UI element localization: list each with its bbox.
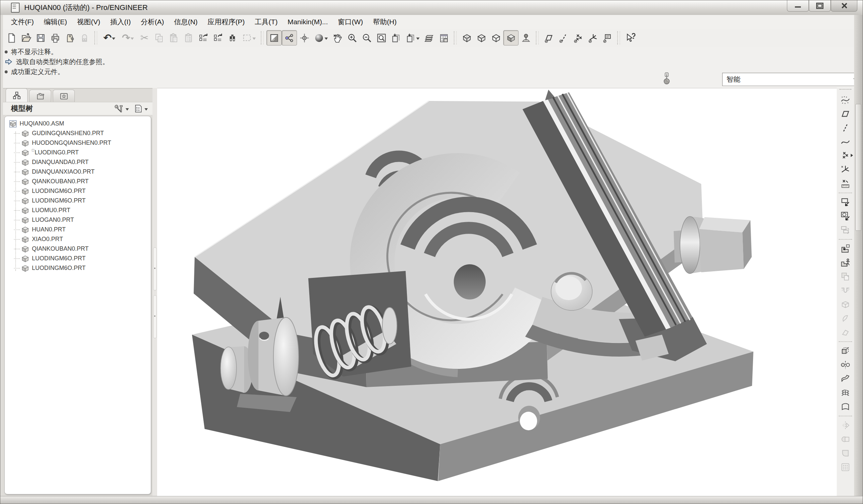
menu-edit[interactable]: 编辑(E) bbox=[39, 16, 72, 28]
part-icon bbox=[21, 216, 29, 224]
menu-applications[interactable]: 应用程序(P) bbox=[203, 16, 250, 28]
create-component-button[interactable] bbox=[838, 242, 852, 255]
datum-plane-button[interactable] bbox=[838, 107, 852, 121]
context-help-button[interactable] bbox=[623, 30, 637, 45]
datum-point-button[interactable] bbox=[838, 149, 852, 162]
model-tree-panel[interactable]: HUQIAN00.ASM GUDINGQIANSHEN0.PRT HUODONG… bbox=[4, 116, 151, 494]
regenerate-button[interactable] bbox=[196, 30, 210, 45]
close-icon bbox=[841, 2, 847, 9]
sweep-button[interactable] bbox=[838, 372, 852, 386]
style-tool-button[interactable] bbox=[838, 93, 852, 106]
wireframe-button[interactable] bbox=[459, 30, 474, 45]
tree-item[interactable]: DIANQUANDA0.PRT bbox=[6, 158, 149, 167]
tree-guide-line bbox=[15, 131, 16, 271]
datum-points-toggle[interactable] bbox=[571, 30, 585, 45]
render-style-icon bbox=[314, 33, 324, 43]
layers-button[interactable] bbox=[422, 30, 437, 45]
menu-manikin[interactable]: Manikin(M)... bbox=[283, 16, 333, 27]
right-square-shaft[interactable] bbox=[674, 216, 752, 274]
undo-button[interactable]: ↶ bbox=[100, 30, 118, 45]
datum-planes-toggle[interactable] bbox=[541, 30, 556, 45]
tree-show-icon[interactable] bbox=[134, 104, 143, 113]
enhanced-realism-button[interactable] bbox=[518, 30, 533, 45]
view-orientation-button[interactable] bbox=[389, 30, 403, 45]
hidden-line-button[interactable] bbox=[474, 30, 489, 45]
menu-tools[interactable]: 工具(T) bbox=[250, 16, 283, 28]
save-button[interactable] bbox=[33, 30, 48, 45]
tree-item[interactable]: LUODINGM6O.PRT bbox=[6, 186, 149, 196]
menu-file[interactable]: 文件(F) bbox=[6, 16, 39, 28]
tree-item[interactable]: DIANQUANXIAO0.PRT bbox=[6, 167, 149, 177]
analysis-measure-button[interactable] bbox=[838, 177, 852, 190]
tab-favorites[interactable] bbox=[53, 90, 75, 102]
tree-item[interactable]: HUAN0.PRT bbox=[6, 225, 149, 235]
menu-view[interactable]: 视图(V) bbox=[72, 16, 105, 28]
tree-item[interactable]: LUOMU0.PRT bbox=[6, 205, 149, 215]
zoom-out-button[interactable] bbox=[360, 30, 374, 45]
tree-item[interactable]: GUDINGQIANSHEN0.PRT bbox=[6, 128, 149, 138]
component-connections-button[interactable] bbox=[282, 30, 297, 46]
refit-button[interactable] bbox=[374, 30, 389, 45]
render-style-button[interactable] bbox=[312, 30, 330, 45]
tree-item[interactable]: XIAO0.PRT bbox=[6, 235, 149, 244]
lead-screw-spring[interactable] bbox=[308, 271, 411, 379]
shading-button[interactable] bbox=[503, 30, 518, 46]
tree-item[interactable]: LUODINGM6O.PRT bbox=[6, 196, 149, 205]
menu-window[interactable]: 窗口(W) bbox=[333, 16, 368, 28]
manikin-button[interactable] bbox=[838, 256, 852, 269]
print-button[interactable] bbox=[48, 30, 62, 45]
tab-model-tree[interactable] bbox=[5, 88, 28, 102]
annotations-toggle[interactable] bbox=[600, 30, 614, 45]
datum-csys-button[interactable] bbox=[838, 163, 852, 176]
tree-item[interactable]: QIANKOUBAN0.PRT bbox=[6, 177, 149, 186]
sash-handle[interactable] bbox=[153, 295, 157, 338]
sash-handle[interactable] bbox=[153, 247, 157, 290]
menu-info[interactable]: 信息(N) bbox=[169, 16, 203, 28]
tree-item[interactable]: HUODONGQIANSHEN0.PRT bbox=[6, 138, 149, 148]
no-hidden-button[interactable] bbox=[489, 30, 503, 45]
boundary-blend-button[interactable] bbox=[838, 386, 852, 400]
close-button[interactable] bbox=[831, 0, 858, 12]
drag-mode-button[interactable] bbox=[330, 30, 345, 45]
restore-button[interactable] bbox=[809, 0, 831, 12]
tree-root-item[interactable]: HUQIAN00.ASM bbox=[6, 119, 149, 128]
revolve-button[interactable] bbox=[838, 358, 852, 371]
tree-item[interactable]: LUOGAN0.PRT bbox=[6, 215, 149, 225]
spin-center-button[interactable] bbox=[297, 30, 312, 45]
selection-filter-combobox[interactable]: 智能 bbox=[722, 73, 861, 86]
tab-folder-browser[interactable] bbox=[29, 90, 51, 102]
tree-settings-dropdown-icon[interactable] bbox=[126, 108, 129, 112]
menu-help[interactable]: 帮助(H) bbox=[368, 16, 402, 28]
graphics-area[interactable] bbox=[157, 88, 837, 497]
new-file-button[interactable] bbox=[4, 30, 18, 45]
extrude-button[interactable] bbox=[838, 344, 852, 357]
3d-model-huqian00[interactable] bbox=[157, 88, 837, 497]
tree-item[interactable]: QIANKOUBAN0.PRT bbox=[6, 244, 149, 254]
datum-csys-toggle[interactable] bbox=[585, 30, 600, 45]
datum-axes-toggle[interactable] bbox=[556, 30, 571, 45]
assemble-smart-button[interactable] bbox=[838, 210, 852, 223]
find-button[interactable] bbox=[225, 30, 239, 45]
assemble-component-button[interactable] bbox=[838, 196, 852, 209]
toolbar-drag-handle[interactable] bbox=[839, 89, 851, 92]
custom-regenerate-button[interactable] bbox=[210, 30, 225, 45]
menu-insert[interactable]: 插入(I) bbox=[105, 16, 136, 28]
tree-item[interactable]: LUODINGM6O.PRT bbox=[6, 263, 149, 273]
saved-views-button[interactable] bbox=[403, 30, 422, 45]
vertical-scrollbar[interactable] bbox=[855, 104, 861, 231]
sketch-curve-button[interactable] bbox=[838, 135, 852, 148]
repaint-button[interactable] bbox=[266, 30, 282, 46]
menu-analysis[interactable]: 分析(A) bbox=[136, 16, 169, 28]
tree-settings-icon[interactable] bbox=[115, 104, 124, 113]
datum-axis-button[interactable] bbox=[838, 121, 852, 135]
save-a-copy-button[interactable] bbox=[62, 30, 77, 45]
view-manager-button[interactable] bbox=[437, 30, 451, 45]
panel-sash[interactable] bbox=[152, 88, 157, 496]
zoom-in-button[interactable] bbox=[345, 30, 360, 45]
tree-item[interactable]: □LUODING0.PRT bbox=[6, 148, 149, 158]
open-file-button[interactable] bbox=[18, 30, 33, 45]
tree-item[interactable]: LUODINGM6O.PRT bbox=[6, 254, 149, 263]
minimize-button[interactable] bbox=[787, 0, 809, 12]
tree-show-dropdown-icon[interactable] bbox=[145, 108, 148, 112]
style-surface-button[interactable] bbox=[838, 400, 852, 413]
